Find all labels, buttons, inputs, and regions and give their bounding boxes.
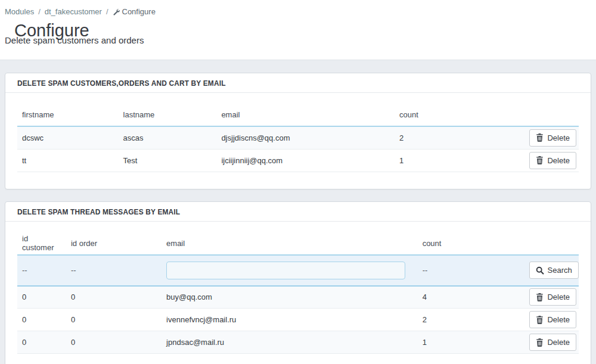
delete-button[interactable]: Delete [529,334,576,351]
col-header-count: count [395,104,523,126]
panel-delete-spam-customers: DELETE SPAM CUSTOMERS,ORDERS AND CART BY… [5,73,591,189]
cell-lastname: ascas [119,126,217,149]
table-header-row: firstname lastname email count [17,104,579,126]
cell-email: buy@qq.com [162,286,418,309]
cell-firstname: dcswc [17,126,119,149]
breadcrumb: Modules / dt_fakecustomer / Configure [5,7,591,16]
cell-count: 1 [418,331,524,354]
table-row: dcswc ascas djsjjdiscns@qq.com 2 Delete [17,126,579,149]
table-row: tt Test ijciijinniij@qq.com 1 Delete [17,149,579,172]
cell-email: jpndsac@mail.ru [162,331,418,354]
col-header-firstname: firstname [17,104,119,126]
cell-lastname: Test [119,149,217,172]
trash-icon [536,293,544,301]
col-header-count: count [418,232,524,255]
delete-button[interactable]: Delete [529,288,576,306]
content-area: DELETE SPAM CUSTOMERS,ORDERS AND CART BY… [0,60,596,364]
cell-count: 1 [395,149,523,172]
cell-id-customer: 0 [17,309,66,331]
breadcrumb-link-module-name[interactable]: dt_fakecustomer [45,7,102,16]
cell-id-customer: 0 [17,286,66,309]
cell-id-order: 0 [66,286,162,309]
breadcrumb-current-label: Configure [122,7,156,16]
cell-id-order: 0 [66,331,162,354]
breadcrumb-link-modules[interactable]: Modules [5,7,34,16]
cell-email: ijciijinniij@qq.com [216,149,395,172]
table-header-row: id customer id order email count [17,232,579,255]
wrench-icon [113,8,120,15]
col-header-email: email [162,232,418,255]
trash-icon [536,133,544,142]
filter-id-order: -- [66,255,162,286]
search-button-label: Search [548,265,572,275]
col-header-lastname: lastname [119,104,217,126]
delete-button[interactable]: Delete [529,129,576,147]
col-header-id-order: id order [66,232,162,255]
trash-icon [536,156,544,164]
search-icon [536,266,544,275]
delete-button-label: Delete [547,155,570,166]
col-header-actions [524,232,579,255]
search-button[interactable]: Search [529,262,579,279]
filter-count: -- [418,255,524,286]
delete-button[interactable]: Delete [529,152,576,169]
email-filter-input[interactable] [166,262,405,279]
table-row: 0 0 jpndsac@mail.ru 1 Delete [17,331,579,354]
cell-email: djsjjdiscns@qq.com [216,126,395,149]
cell-count: 2 [418,309,524,331]
cell-id-customer: 0 [17,331,66,354]
breadcrumb-separator: / [38,7,41,16]
threads-table: id customer id order email count -- -- [17,232,579,354]
table-row: 0 0 buy@qq.com 4 Delete [17,286,579,309]
page-subtitle: Delete spam customers and orders [5,35,591,46]
panel-title-text: DELETE SPAM CUSTOMERS,ORDERS AND CART BY… [17,79,226,88]
delete-button[interactable]: Delete [529,311,576,328]
panel-title: DELETE SPAM CUSTOMERS,ORDERS AND CART BY… [5,73,591,93]
panel-body: id customer id order email count -- -- [5,222,591,364]
cell-count: 2 [395,126,523,149]
trash-icon [536,316,544,324]
panel-title: DELETE SPAM THREAD MESSAGES BY EMAIL [5,202,591,222]
page-header: Modules / dt_fakecustomer / Configure Co… [0,0,596,60]
table-row: 0 0 ivennefvncj@mail.ru 2 Delete [17,309,579,331]
breadcrumb-separator: / [106,7,108,16]
cell-count: 4 [418,286,524,309]
delete-button-label: Delete [547,292,570,302]
filter-row: -- -- -- Search [17,255,579,286]
breadcrumb-current: Configure [113,7,156,16]
delete-button-label: Delete [547,133,570,143]
panel-delete-spam-threads: DELETE SPAM THREAD MESSAGES BY EMAIL id … [5,201,591,364]
trash-icon [536,338,544,347]
col-header-email: email [216,104,395,126]
delete-button-label: Delete [547,337,570,347]
col-header-id-customer: id customer [17,232,66,255]
cell-firstname: tt [17,149,119,172]
cell-email: ivennefvncj@mail.ru [162,309,418,331]
customers-table: firstname lastname email count dcswc asc… [17,104,579,172]
panel-body: firstname lastname email count dcswc asc… [5,93,591,189]
cell-id-order: 0 [66,309,162,331]
filter-id-customer: -- [17,255,66,286]
col-header-actions [523,104,579,126]
delete-button-label: Delete [547,315,570,325]
panel-title-text: DELETE SPAM THREAD MESSAGES BY EMAIL [17,207,180,216]
